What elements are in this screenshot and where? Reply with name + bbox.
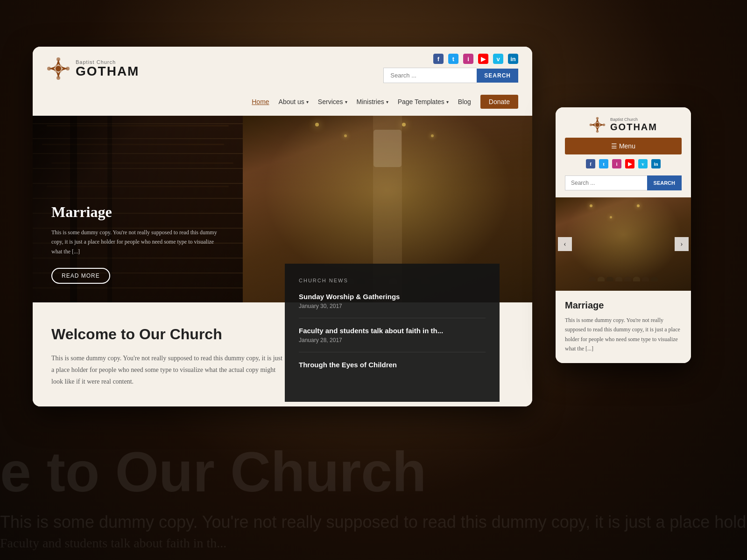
mobile-social-icons: f t i ▶ v in <box>586 159 661 168</box>
mobile-facebook-icon[interactable]: f <box>586 159 595 168</box>
mobile-hero-image: ‹ › <box>556 197 691 291</box>
nav-item-ministries[interactable]: Ministries <box>357 98 388 105</box>
logo-icon <box>47 57 70 80</box>
mobile-logo-area[interactable]: Baptist Church GOTHAM <box>589 117 657 133</box>
mobile-logo-title: GOTHAM <box>610 122 657 133</box>
twitter-icon[interactable]: t <box>448 54 458 64</box>
news-item-3: Through the Eyes of Children <box>299 361 486 379</box>
search-input[interactable] <box>383 68 477 83</box>
donate-button[interactable]: Donate <box>480 95 518 109</box>
news-item-2-title[interactable]: Faculty and students talk about faith in… <box>299 327 486 335</box>
news-tag: CHURCH NEWS <box>299 278 486 283</box>
youtube-icon[interactable]: ▶ <box>478 54 488 64</box>
logo-area[interactable]: Baptist Church GOTHAM <box>47 57 139 80</box>
header-top: Baptist Church GOTHAM f t i ▶ v in SEARC… <box>47 54 518 83</box>
search-bar: SEARCH <box>383 68 518 83</box>
mobile-instagram-icon[interactable]: i <box>612 159 621 168</box>
mobile-logo-icon <box>589 117 606 133</box>
svg-point-10 <box>590 124 592 126</box>
next-slide-button[interactable]: › <box>675 237 689 251</box>
bg-text-bottom: Faculty and students talk about faith in… <box>0 536 226 551</box>
mobile-post-content: Marriage This is some dummy copy. You're… <box>556 291 691 363</box>
search-button[interactable]: SEARCH <box>477 69 518 83</box>
instagram-icon[interactable]: i <box>463 54 473 64</box>
logo-text-area: Baptist Church GOTHAM <box>76 59 139 78</box>
social-icons: f t i ▶ v in <box>433 54 518 64</box>
nav-item-home[interactable]: Home <box>252 98 269 105</box>
mobile-search-input[interactable] <box>565 175 647 190</box>
mobile-logo-text: Baptist Church GOTHAM <box>610 117 657 133</box>
svg-point-8 <box>596 117 599 120</box>
news-item-1-title[interactable]: Sunday Worship & Gatherings <box>299 293 486 301</box>
svg-point-7 <box>595 123 599 126</box>
mobile-header: Baptist Church GOTHAM ☰ Menu f t i ▶ v i… <box>556 107 691 197</box>
news-item-3-title[interactable]: Through the Eyes of Children <box>299 361 486 369</box>
svg-point-5 <box>66 67 70 70</box>
svg-point-4 <box>47 67 51 70</box>
mobile-linkedin-icon[interactable]: in <box>651 159 661 168</box>
bg-text-small: This is some dummy copy. You're not real… <box>0 512 747 532</box>
mobile-post-text: This is some dummy copy. You're not real… <box>565 315 682 354</box>
mobile-search-bar: SEARCH <box>565 175 682 190</box>
facebook-icon[interactable]: f <box>433 54 444 64</box>
mobile-search-button[interactable]: SEARCH <box>647 175 682 190</box>
news-item-1: Sunday Worship & Gatherings January 30, … <box>299 293 486 318</box>
mobile-menu-button[interactable]: ☰ Menu <box>565 138 682 154</box>
linkedin-icon[interactable]: in <box>508 54 518 64</box>
header-right: f t i ▶ v in SEARCH <box>383 54 518 83</box>
svg-point-1 <box>56 66 61 71</box>
mobile-vimeo-icon[interactable]: v <box>638 159 648 168</box>
read-more-button[interactable]: READ MORE <box>51 268 110 284</box>
mobile-logo-subtitle: Baptist Church <box>610 117 657 122</box>
nav-item-services[interactable]: Services <box>318 98 347 105</box>
hero-text: This is some dummy copy. You're not real… <box>51 228 224 256</box>
svg-point-2 <box>56 57 60 61</box>
svg-point-11 <box>603 124 606 126</box>
vimeo-icon[interactable]: v <box>493 54 503 64</box>
welcome-text: This is some dummy copy. You're not real… <box>51 352 285 388</box>
nav-item-blog[interactable]: Blog <box>458 98 471 105</box>
navigation: Home About us Services Ministries Page T… <box>33 90 532 116</box>
prev-slide-button[interactable]: ‹ <box>558 237 572 251</box>
svg-point-9 <box>596 130 599 133</box>
nav-item-templates[interactable]: Page Templates <box>398 98 449 105</box>
header: Baptist Church GOTHAM f t i ▶ v in SEARC… <box>33 47 532 90</box>
news-item-1-date: January 30, 2017 <box>299 303 486 309</box>
mobile-twitter-icon[interactable]: t <box>599 159 608 168</box>
svg-point-3 <box>56 76 60 80</box>
mobile-post-title: Marriage <box>565 300 682 311</box>
nav-item-about[interactable]: About us <box>279 98 309 105</box>
church-news-panel: CHURCH NEWS Sunday Worship & Gatherings … <box>285 264 500 402</box>
news-item-2: Faculty and students talk about faith in… <box>299 327 486 352</box>
hero-title: Marriage <box>51 203 224 221</box>
news-item-2-date: January 28, 2017 <box>299 337 486 343</box>
hero-content: Marriage This is some dummy copy. You're… <box>33 116 243 302</box>
mobile-window: Baptist Church GOTHAM ☰ Menu f t i ▶ v i… <box>556 107 691 363</box>
bg-text-large: e to Our Church <box>0 440 426 504</box>
mobile-youtube-icon[interactable]: ▶ <box>625 159 634 168</box>
logo-title: GOTHAM <box>76 65 139 78</box>
